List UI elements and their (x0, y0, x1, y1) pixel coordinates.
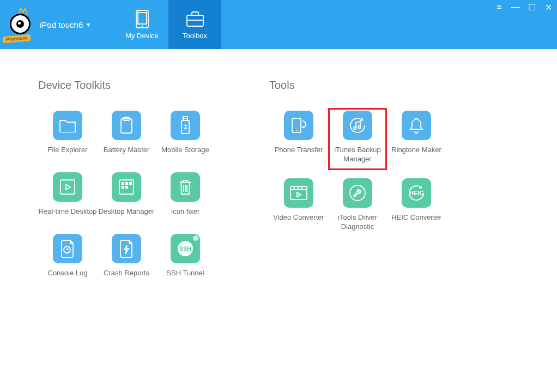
itunes-backup-tile[interactable]: iTunes Backup Manager (328, 108, 387, 170)
console-log-tile[interactable]: Console Log (38, 231, 97, 287)
heic-text: HEIC (409, 190, 423, 196)
crash-reports-tile[interactable]: Crash Reports (97, 231, 156, 287)
tile-label: Console Log (48, 269, 88, 287)
menu-icon[interactable]: ≡ (495, 2, 504, 13)
titlebar: Premium iPod touch6 ▼ My Device Toolbox … (0, 0, 557, 49)
phone-transfer-tile[interactable]: Phone Transfer (269, 108, 328, 170)
apps-grid-icon (112, 172, 141, 202)
premium-badge: Premium (3, 34, 31, 43)
svg-rect-3 (187, 15, 203, 26)
section-title: Device Toolkits (38, 79, 215, 92)
svg-rect-13 (122, 182, 124, 185)
notification-badge (193, 236, 198, 241)
mobile-storage-tile[interactable]: Mobile Storage (156, 108, 215, 164)
tile-label: iTools Driver Diagnostic (328, 213, 387, 232)
svg-rect-11 (60, 180, 75, 194)
tile-label: Crash Reports (104, 269, 149, 287)
trash-icon (171, 172, 200, 202)
usb-icon (171, 111, 200, 140)
battery-master-tile[interactable]: Battery Master (97, 108, 156, 164)
content-area: Device Toolkits File Explorer Battery Ma… (0, 49, 557, 287)
ssh-text: SSH (179, 245, 192, 252)
tile-label: Desktop Manager (99, 207, 155, 226)
document-clock-icon (53, 234, 82, 263)
video-converter-tile[interactable]: Video Converter (269, 176, 328, 232)
tab-my-device[interactable]: My Device (116, 0, 168, 49)
app-logo: Premium (5, 8, 35, 41)
tile-label: Icon fixer (171, 207, 200, 226)
svg-rect-16 (122, 186, 124, 189)
desktop-manager-tile[interactable]: Desktop Manager (97, 170, 156, 226)
svg-rect-1 (138, 13, 147, 24)
svg-rect-14 (125, 182, 128, 185)
document-bolt-icon (112, 234, 141, 263)
minimize-button[interactable]: — (511, 2, 520, 13)
chevron-down-icon: ▼ (86, 22, 91, 28)
tile-label: Battery Master (104, 146, 150, 164)
svg-point-23 (358, 126, 361, 129)
icon-fixer-tile[interactable]: Icon fixer (156, 170, 215, 226)
tools-section: Tools Phone Transfer iTunes Backup Manag… (269, 79, 446, 287)
bell-icon (402, 111, 431, 140)
svg-point-21 (296, 130, 297, 131)
heic-converter-tile[interactable]: HEIC HEIC Converter (387, 176, 446, 232)
svg-rect-15 (129, 182, 132, 185)
svg-point-22 (354, 127, 356, 130)
wrench-circle-icon (343, 178, 372, 208)
device-toolkits-section: Device Toolkits File Explorer Battery Ma… (38, 79, 215, 287)
tile-label: HEIC Converter (391, 213, 441, 232)
file-explorer-tile[interactable]: File Explorer (38, 108, 97, 164)
clipboard-icon (112, 111, 141, 140)
realtime-desktop-tile[interactable]: Real-time Desktop (38, 170, 97, 226)
ringtone-maker-tile[interactable]: Ringtone Maker (387, 108, 446, 170)
briefcase-icon (186, 10, 204, 28)
tile-label: iTunes Backup Manager (330, 146, 385, 164)
music-circle-icon (343, 111, 372, 140)
tile-label: Real-time Desktop (39, 207, 97, 226)
film-icon (284, 178, 313, 208)
ssh-tunnel-tile[interactable]: SSH SSH Tunnel (156, 231, 215, 287)
tile-label: Ringtone Maker (391, 146, 441, 164)
maximize-button[interactable]: ☐ (528, 2, 536, 13)
section-title: Tools (269, 79, 446, 92)
phone-transfer-icon (284, 111, 313, 140)
play-square-icon (53, 172, 82, 202)
tile-label: Phone Transfer (275, 146, 323, 164)
svg-rect-17 (125, 186, 128, 189)
window-controls: ≡ — ☐ ✕ (495, 2, 553, 13)
svg-point-2 (141, 25, 142, 26)
itools-diagnostic-tile[interactable]: iTools Driver Diagnostic (328, 176, 387, 232)
folder-icon (53, 111, 82, 140)
tablet-icon (133, 10, 152, 28)
tab-label: My Device (125, 32, 159, 40)
tile-label: SSH Tunnel (166, 269, 204, 287)
tile-label: File Explorer (48, 146, 88, 164)
tile-label: Video Converter (273, 213, 324, 232)
svg-point-29 (350, 185, 365, 201)
tab-label: Toolbox (183, 32, 207, 40)
device-selector[interactable]: iPod touch6 ▼ (40, 20, 91, 29)
close-button[interactable]: ✕ (544, 2, 553, 13)
tile-label: Mobile Storage (161, 146, 209, 164)
heic-icon: HEIC (402, 178, 431, 208)
logo-section: Premium iPod touch6 ▼ (0, 0, 116, 49)
tools-grid: Phone Transfer iTunes Backup Manager Rin… (269, 108, 446, 232)
ssh-icon: SSH (171, 234, 200, 263)
device-name-label: iPod touch6 (40, 20, 83, 29)
tab-toolbox[interactable]: Toolbox (168, 0, 221, 49)
device-toolkits-grid: File Explorer Battery Master Mobile Stor… (38, 108, 215, 287)
